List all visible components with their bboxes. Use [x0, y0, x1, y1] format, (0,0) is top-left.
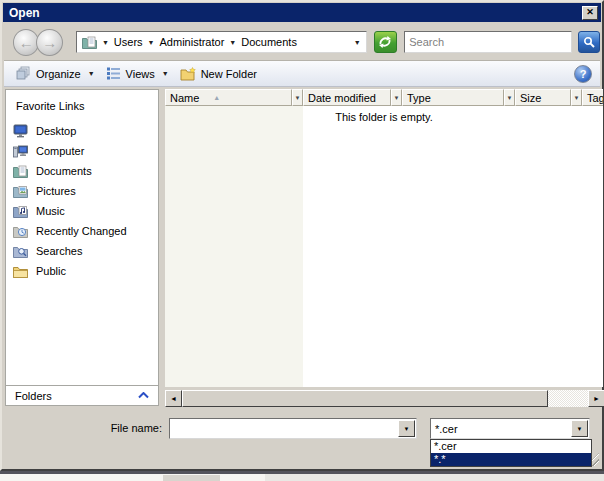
breadcrumb-segment-administrator[interactable]: Administrator [160, 36, 225, 48]
breadcrumb-segment-documents[interactable]: Documents [241, 36, 297, 48]
breadcrumb-segment-users[interactable]: Users [114, 36, 143, 48]
command-toolbar: Organize ▼ Views ▼ New Folder [4, 60, 600, 87]
computer-icon [13, 144, 28, 158]
search-button[interactable] [578, 31, 600, 53]
scroll-left-button[interactable]: ◄ [165, 390, 182, 407]
folders-expander[interactable]: Folders [6, 385, 158, 405]
column-filter-size[interactable]: ▼ [571, 89, 582, 106]
column-header-date-modified[interactable]: Date modified [303, 89, 391, 106]
search-input[interactable] [405, 32, 571, 52]
background-window-strip-left [0, 474, 265, 481]
organize-button[interactable]: Organize ▼ [12, 64, 102, 83]
search-icon [583, 36, 596, 49]
organize-icon [16, 66, 31, 81]
file-type-value: *.cer [431, 423, 571, 435]
documents-folder-icon [13, 165, 28, 178]
navigation-bar: ← → ▼ Users ▼ Administrator ▼ Documents [4, 24, 600, 60]
scrollbar-track[interactable] [548, 390, 588, 407]
sidebar-item-documents[interactable]: Documents [6, 161, 158, 181]
chevron-down-icon: ▼ [507, 95, 513, 101]
sidebar-item-public[interactable]: Public [6, 261, 158, 281]
search-box[interactable] [404, 31, 572, 53]
column-label: Tag [587, 92, 603, 104]
file-type-dropdown-list: *.cer *.* [430, 439, 592, 467]
sidebar-item-recently-changed[interactable]: Recently Changed [6, 221, 158, 241]
views-button[interactable]: Views ▼ [102, 64, 176, 83]
file-name-combobox[interactable]: ▼ [169, 418, 417, 439]
empty-folder-message: This folder is empty. [165, 111, 603, 123]
pictures-folder-icon [13, 185, 28, 198]
column-label: Name [170, 92, 199, 104]
column-filter-type[interactable]: ▼ [504, 89, 515, 106]
chevron-down-icon: ▼ [295, 95, 301, 101]
chevron-down-icon: ▼ [88, 70, 95, 77]
column-header-name[interactable]: Name ▲ [165, 89, 292, 106]
recently-changed-icon [13, 225, 28, 238]
breadcrumb[interactable]: ▼ Users ▼ Administrator ▼ Documents ▼ [76, 31, 367, 53]
sidebar-item-pictures[interactable]: Pictures [6, 181, 158, 201]
file-type-option-cer[interactable]: *.cer [431, 440, 591, 453]
new-folder-label: New Folder [201, 68, 257, 80]
folders-label: Folders [15, 390, 52, 402]
sidebar-item-label: Public [36, 265, 66, 277]
chevron-down-icon[interactable]: ▼ [148, 39, 155, 46]
navigation-pane: Favorite Links Desktop [5, 89, 159, 406]
file-name-label: File name: [2, 422, 162, 434]
column-header-row: Name ▲ ▼ Date modified ▼ Type ▼ Size ▼ T… [165, 89, 603, 106]
sidebar-item-label: Searches [36, 245, 82, 257]
forward-button[interactable]: → [36, 29, 62, 56]
file-type-combobox[interactable]: *.cer ▼ [430, 418, 590, 439]
file-type-option-all[interactable]: *.* [431, 453, 591, 466]
scroll-right-icon: ► [593, 395, 600, 402]
organize-label: Organize [36, 68, 81, 80]
chevron-down-icon: ▼ [404, 426, 410, 432]
horizontal-scrollbar[interactable]: ◄ ► [165, 390, 604, 407]
sidebar-item-music[interactable]: Music [6, 201, 158, 221]
views-label: Views [126, 68, 155, 80]
help-button[interactable]: ? [574, 65, 592, 83]
close-button[interactable]: ✕ [582, 6, 598, 20]
close-icon: ✕ [586, 8, 594, 17]
sort-ascending-icon: ▲ [213, 94, 220, 101]
column-label: Size [520, 92, 541, 104]
sidebar-item-searches[interactable]: Searches [6, 241, 158, 261]
sidebar-item-label: Documents [36, 165, 92, 177]
file-name-dropdown-button[interactable]: ▼ [398, 420, 415, 437]
sidebar-item-label: Recently Changed [36, 225, 127, 237]
sorted-column-highlight [165, 106, 303, 387]
file-list: Name ▲ ▼ Date modified ▼ Type ▼ Size ▼ T… [165, 89, 603, 387]
column-filter-name[interactable]: ▼ [292, 89, 303, 106]
chevron-down-icon[interactable]: ▼ [229, 39, 236, 46]
chevron-down-icon[interactable]: ▼ [102, 39, 109, 46]
column-label: Date modified [308, 92, 376, 104]
favorite-links-header: Favorite Links [6, 90, 158, 121]
sidebar-item-label: Pictures [36, 185, 76, 197]
help-icon: ? [580, 68, 587, 80]
file-name-input[interactable] [170, 419, 398, 438]
scrollbar-thumb[interactable] [182, 390, 548, 407]
column-header-size[interactable]: Size [515, 89, 571, 106]
new-folder-icon [180, 67, 196, 81]
address-history-dropdown-icon[interactable]: ▼ [354, 39, 361, 46]
desktop-icon [13, 124, 28, 138]
chevron-down-icon: ▼ [394, 95, 400, 101]
column-header-type[interactable]: Type [402, 89, 504, 106]
sidebar-item-label: Music [36, 205, 65, 217]
refresh-button[interactable] [374, 31, 398, 53]
title-bar: Open ✕ [3, 3, 601, 22]
window-title: Open [9, 6, 40, 20]
sidebar-item-computer[interactable]: Computer [6, 141, 158, 161]
file-type-dropdown-button[interactable]: ▼ [571, 420, 588, 437]
folder-icon [82, 36, 97, 49]
column-header-tag[interactable]: Tag [582, 89, 603, 106]
new-folder-button[interactable]: New Folder [176, 65, 264, 83]
sidebar-item-label: Desktop [36, 125, 76, 137]
open-dialog: Open ✕ ← → ▼ Users ▼ Admi [0, 0, 604, 471]
searches-folder-icon [13, 245, 28, 258]
forward-arrow-icon: → [42, 34, 57, 51]
scroll-left-icon: ◄ [170, 395, 177, 402]
scroll-right-button[interactable]: ► [588, 390, 604, 407]
back-arrow-icon: ← [19, 34, 34, 51]
column-filter-date-modified[interactable]: ▼ [391, 89, 402, 106]
sidebar-item-desktop[interactable]: Desktop [6, 121, 158, 141]
